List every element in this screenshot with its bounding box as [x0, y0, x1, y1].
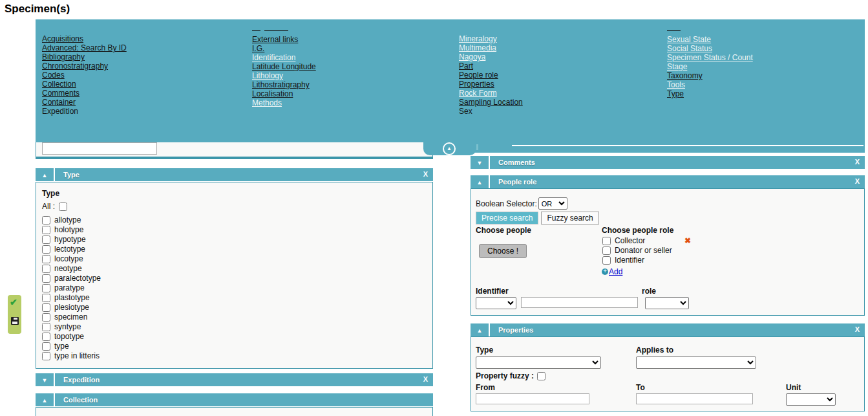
close-comments-button[interactable]: X: [855, 158, 860, 166]
type-option-checkbox[interactable]: [42, 303, 50, 312]
applies-to-select[interactable]: [636, 356, 756, 369]
from-input[interactable]: [476, 393, 589, 404]
nav-link[interactable]: Part: [459, 61, 473, 71]
close-type-button[interactable]: X: [423, 170, 428, 178]
nav-link[interactable]: Localisation: [252, 89, 293, 98]
nav-link[interactable]: Stage: [667, 62, 687, 71]
nav-link[interactable]: Sampling Location: [459, 98, 523, 107]
nav-link[interactable]: Advanced: Search By ID: [42, 43, 127, 52]
people-role-checkbox[interactable]: [602, 237, 611, 245]
collapse-type-button[interactable]: [36, 168, 55, 181]
people-role-option-row[interactable]: Donator or seller: [602, 246, 672, 255]
type-option-checkbox[interactable]: [42, 245, 50, 254]
collapse-collection-button[interactable]: [36, 393, 55, 406]
type-option-row[interactable]: lectotype: [42, 245, 101, 254]
tab-fuzzy-search[interactable]: Fuzzy search: [541, 212, 598, 224]
nav-link[interactable]: [667, 25, 681, 31]
nav-link[interactable]: Sex: [459, 107, 472, 116]
property-fuzzy-checkbox[interactable]: [537, 372, 545, 380]
close-people-role-button[interactable]: X: [855, 177, 860, 185]
nav-link[interactable]: Collection: [42, 80, 76, 89]
nav-link[interactable]: Comments: [42, 89, 79, 98]
type-option-row[interactable]: plesiotype: [42, 303, 101, 312]
type-option-checkbox[interactable]: [42, 342, 50, 351]
nav-link[interactable]: Tools: [667, 80, 685, 89]
type-option-row[interactable]: hypotype: [42, 235, 101, 244]
nav-link[interactable]: External links: [252, 35, 298, 44]
nav-link[interactable]: Container: [42, 98, 76, 107]
nav-link[interactable]: Bibliography: [42, 52, 85, 61]
people-role-checkbox[interactable]: [602, 246, 611, 255]
people-name-input[interactable]: [521, 297, 638, 308]
nav-link[interactable]: Sexual State: [667, 35, 711, 44]
all-checkbox[interactable]: [59, 203, 67, 211]
nav-link[interactable]: Codes: [42, 71, 65, 80]
unit-select[interactable]: [786, 393, 836, 406]
type-option-checkbox[interactable]: [42, 226, 50, 234]
type-option-row[interactable]: topotype: [42, 333, 101, 341]
nav-link[interactable]: Latitude Longitude: [252, 62, 316, 71]
nav-link[interactable]: Methods: [252, 98, 282, 107]
close-expedition-button[interactable]: X: [423, 375, 428, 383]
type-option-checkbox[interactable]: [42, 313, 50, 322]
save-icon[interactable]: [11, 317, 19, 325]
add-row[interactable]: Add: [602, 267, 622, 276]
type-option-row[interactable]: syntype: [42, 323, 101, 331]
nav-link[interactable]: [252, 25, 288, 31]
type-option-checkbox[interactable]: [42, 323, 50, 331]
collapse-people-role-button[interactable]: [471, 175, 490, 188]
nav-link[interactable]: Specimen Status / Count: [667, 53, 753, 62]
validate-check-icon[interactable]: [10, 297, 17, 307]
nav-link[interactable]: Properties: [459, 80, 494, 89]
type-option-checkbox[interactable]: [42, 274, 50, 283]
collapse-overlay-icon[interactable]: [443, 142, 456, 155]
type-option-checkbox[interactable]: [42, 294, 50, 302]
type-option-row[interactable]: holotype: [42, 226, 101, 234]
nav-link[interactable]: Rock Form: [459, 89, 497, 98]
nav-link[interactable]: Type: [667, 89, 684, 98]
hidden-panel-input[interactable]: [42, 142, 157, 155]
nav-link[interactable]: Chronostratigraphy: [42, 61, 108, 71]
type-option-row[interactable]: locotype: [42, 255, 101, 263]
nav-link[interactable]: Expedition: [42, 107, 78, 116]
people-role-checkbox[interactable]: [602, 256, 611, 265]
people-role-option-row[interactable]: Collector: [602, 237, 672, 245]
type-option-checkbox[interactable]: [42, 216, 50, 224]
type-option-row[interactable]: neotype: [42, 265, 101, 273]
type-option-checkbox[interactable]: [42, 333, 50, 341]
add-link[interactable]: Add: [609, 267, 622, 276]
nav-link[interactable]: Nagoya: [459, 52, 485, 61]
role-select[interactable]: [645, 297, 689, 309]
type-option-row[interactable]: type: [42, 342, 101, 351]
nav-link[interactable]: Identification: [252, 53, 295, 62]
expand-expedition-button[interactable]: [36, 373, 55, 386]
collapse-properties-button[interactable]: [471, 323, 490, 336]
people-role-option-row[interactable]: Identifier: [602, 256, 672, 265]
close-properties-button[interactable]: X: [855, 325, 860, 333]
nav-link[interactable]: I.G.: [252, 44, 264, 53]
type-option-row[interactable]: paralectotype: [42, 274, 101, 283]
nav-link[interactable]: Acquisitions: [42, 34, 83, 43]
boolean-selector[interactable]: OR: [538, 197, 567, 210]
nav-link[interactable]: Multimedia: [459, 43, 496, 52]
property-type-select[interactable]: [476, 356, 601, 369]
identifier-select[interactable]: [476, 297, 516, 309]
remove-row-icon[interactable]: [684, 236, 691, 245]
type-option-checkbox[interactable]: [42, 265, 50, 273]
type-option-row[interactable]: allotype: [42, 216, 101, 224]
type-option-row[interactable]: specimen: [42, 313, 101, 322]
nav-link[interactable]: People role: [459, 71, 498, 80]
nav-link[interactable]: Social Status: [667, 44, 712, 53]
nav-link[interactable]: Lithostratigraphy: [252, 80, 310, 89]
type-option-checkbox[interactable]: [42, 255, 50, 263]
nav-link[interactable]: Lithology: [252, 71, 283, 80]
nav-link[interactable]: Mineralogy: [459, 34, 497, 43]
type-option-checkbox[interactable]: [42, 235, 50, 244]
type-option-row[interactable]: plastotype: [42, 294, 101, 302]
type-option-row[interactable]: paratype: [42, 284, 101, 292]
to-input[interactable]: [636, 393, 753, 404]
nav-link[interactable]: Taxonomy: [667, 71, 703, 80]
tab-precise-search[interactable]: Precise search: [476, 212, 538, 224]
type-option-checkbox[interactable]: [42, 284, 50, 292]
type-option-checkbox[interactable]: [42, 352, 50, 360]
